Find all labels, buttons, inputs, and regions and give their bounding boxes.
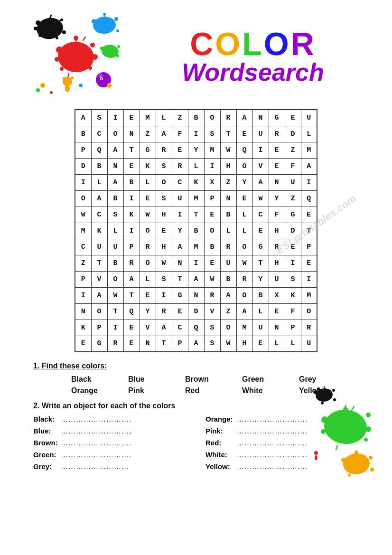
- grid-cell: N: [107, 158, 123, 174]
- grid-cell: R: [172, 158, 188, 174]
- grid-cell: B: [220, 271, 236, 287]
- grid-cell: P: [285, 320, 301, 336]
- grid-cell: E: [269, 158, 285, 174]
- grid-cell: L: [140, 174, 156, 190]
- svg-point-10: [56, 47, 63, 53]
- word-item: Green: [242, 375, 285, 384]
- grid-cell: L: [188, 158, 204, 174]
- grid-cell: Q: [301, 190, 317, 207]
- grid-cell: B: [91, 158, 107, 174]
- grid-row: NOTQYREDVZALEFO: [75, 303, 317, 320]
- grid-cell: S: [107, 207, 123, 223]
- grid-cell: L: [285, 336, 301, 352]
- fill-label: Green:: [33, 451, 61, 459]
- grid-cell: C: [91, 207, 107, 223]
- main-title: COLOR: [142, 28, 364, 60]
- svg-point-55: [364, 438, 368, 442]
- grid-cell: P: [123, 239, 140, 255]
- fill-item: Brown:……………………….: [33, 439, 187, 447]
- grid-cell: U: [91, 239, 107, 255]
- fill-dots: ……………………….: [237, 462, 308, 470]
- grid-cell: I: [204, 158, 220, 174]
- fill-label: Red:: [205, 439, 237, 447]
- grid-cell: O: [236, 158, 252, 174]
- grid-cell: M: [188, 239, 204, 255]
- grid-cell: K: [91, 223, 107, 239]
- fill-label: Brown:: [33, 439, 61, 447]
- grid-cell: R: [301, 320, 317, 336]
- grid-cell: I: [252, 142, 269, 158]
- grid-cell: F: [285, 158, 301, 174]
- grid-cell: O: [204, 110, 220, 126]
- grid-cell: A: [107, 174, 123, 190]
- title-area: COLOR Wordsearch: [133, 28, 364, 86]
- grid-cell: G: [252, 239, 269, 255]
- grid-cell: U: [252, 126, 269, 142]
- grid-row: DBNEKSRLIHOVEFA: [75, 158, 317, 174]
- grid-cell: D: [188, 303, 204, 320]
- svg-point-13: [90, 43, 95, 47]
- grid-row: MKLIOEYBOLLEHDT: [75, 223, 317, 239]
- grid-cell: E: [285, 110, 301, 126]
- grid-cell: E: [123, 320, 140, 336]
- svg-point-60: [342, 452, 371, 476]
- grid-cell: R: [220, 239, 236, 255]
- grid-cell: I: [156, 287, 172, 303]
- grid-cell: U: [172, 190, 188, 207]
- grid-cell: L: [156, 110, 172, 126]
- grid-cell: F: [269, 207, 285, 223]
- grid-row: WCSKWHITEBLCFGE: [75, 207, 317, 223]
- grid-cell: K: [123, 207, 140, 223]
- svg-point-39: [50, 91, 53, 94]
- grid-cell: T: [123, 142, 140, 158]
- grid-cell: U: [301, 336, 317, 352]
- svg-point-28: [117, 45, 120, 48]
- grid-cell: O: [204, 223, 220, 239]
- grid-cell: N: [140, 336, 156, 352]
- grid-cell: P: [75, 142, 91, 158]
- svg-line-7: [50, 15, 51, 18]
- grid-cell: C: [91, 126, 107, 142]
- subtitle: Wordsearch: [142, 58, 364, 86]
- grid-cell: K: [285, 287, 301, 303]
- grid-cell: K: [140, 158, 156, 174]
- fill-item: Black:……………………….: [33, 415, 187, 423]
- grid-cell: U: [107, 239, 123, 255]
- grid-cell: R: [156, 142, 172, 158]
- grid-cell: E: [301, 207, 317, 223]
- grid-cell: L: [236, 207, 252, 223]
- title-letter-c: C: [190, 26, 215, 62]
- grid-cell: R: [156, 303, 172, 320]
- grid-cell: P: [204, 190, 220, 207]
- svg-point-41: [79, 84, 83, 87]
- grid-cell: N: [269, 320, 285, 336]
- svg-point-20: [93, 16, 117, 35]
- grid-cell: N: [172, 255, 188, 271]
- grid-cell: E: [252, 223, 269, 239]
- grid-cell: W: [140, 207, 156, 223]
- grid-cell: A: [301, 158, 317, 174]
- grid-cell: I: [75, 174, 91, 190]
- grid-cell: C: [75, 239, 91, 255]
- grid-cell: W: [107, 287, 123, 303]
- grid-cell: E: [172, 142, 188, 158]
- svg-point-3: [38, 34, 41, 37]
- grid-cell: B: [123, 174, 140, 190]
- fill-dots: ……………………….: [61, 415, 131, 423]
- grid-cell: Z: [220, 174, 236, 190]
- grid-cell: E: [75, 336, 91, 352]
- grid-cell: Z: [220, 303, 236, 320]
- grid-cell: N: [269, 174, 285, 190]
- grid-cell: P: [172, 336, 188, 352]
- grid-cell: C: [172, 174, 188, 190]
- svg-point-62: [369, 456, 373, 460]
- svg-point-45: [332, 389, 335, 392]
- word-item: Pink: [128, 386, 171, 395]
- wordsearch-grid: ASIEMLZBORANGEUBCONZAFISTEURDLPQATGREYMW…: [75, 109, 317, 352]
- fill-dots: ……………………….: [237, 427, 308, 435]
- grid-cell: W: [252, 190, 269, 207]
- grid-cell: Q: [91, 142, 107, 158]
- grid-cell: P: [75, 271, 91, 287]
- page: COLOR Wordsearch ASIEMLZBORANGEUBCONZAFI…: [0, 0, 392, 555]
- grid-cell: T: [252, 255, 269, 271]
